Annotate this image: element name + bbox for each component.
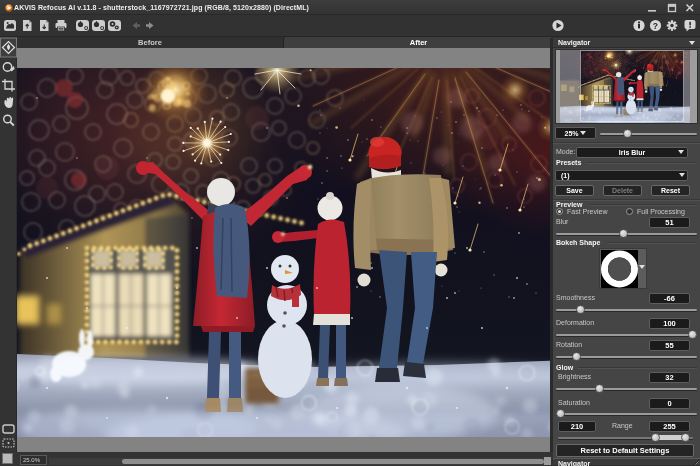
svg-text:o: o	[100, 24, 104, 31]
svg-text:o: o	[84, 24, 88, 31]
svg-text:?: ?	[653, 21, 658, 31]
